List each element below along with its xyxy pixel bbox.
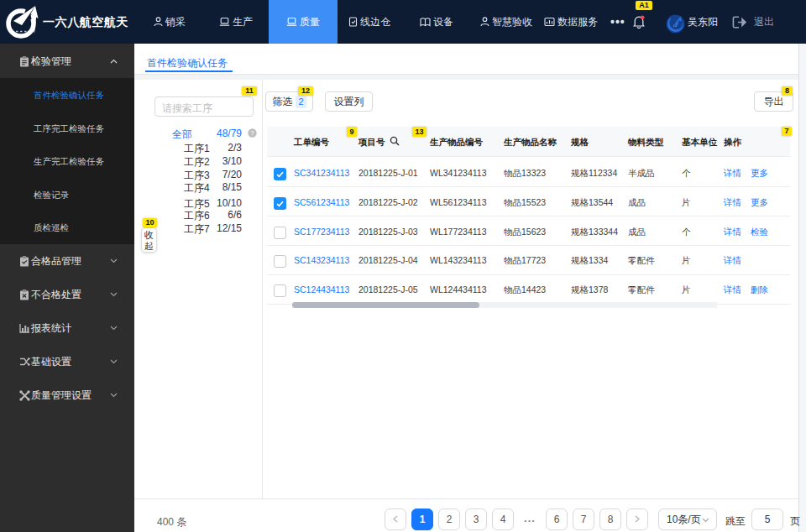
svg-text:?: ?	[250, 129, 254, 137]
